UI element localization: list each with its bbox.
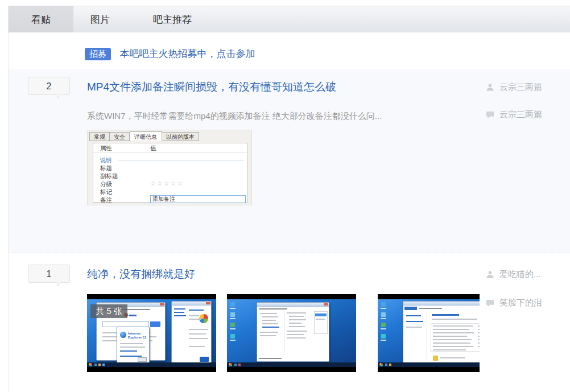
thread-title-link[interactable]: 纯净，没有捆绑就是好: [87, 267, 195, 280]
desktop-icon-label: [230, 340, 236, 341]
mini-system-window: [171, 301, 212, 365]
decor-line: [433, 325, 473, 327]
dialog-row-tags: 标记: [100, 188, 112, 196]
decor-line: [174, 308, 185, 310]
decor-line: [478, 346, 480, 347]
recruit-row: 招募 本吧吧主火热招募中，点击参加: [9, 32, 570, 69]
mini-activate-button: [200, 357, 209, 362]
decor-line: [189, 310, 204, 311]
decor-line: [189, 333, 206, 335]
thread-author: 云宗三两篇: [486, 82, 542, 93]
dialog-column-headers: 属性 值: [93, 143, 247, 153]
rating-stars: ☆☆☆☆☆: [150, 180, 184, 187]
dialog-tab-details: 详细信息: [130, 131, 162, 141]
decor-line: [433, 329, 469, 330]
reply-count-badge: 2: [28, 77, 70, 95]
dialog-details-pane: 属性 值 说明 标题 副标题 分级 ☆☆☆☆☆ 标记 备注 添加备注: [93, 143, 247, 203]
decor-line: [419, 308, 442, 309]
mini-heading-line: [432, 314, 459, 316]
tab-images[interactable]: 图片: [73, 6, 127, 32]
last-replier-name[interactable]: 笑脸下的泪: [499, 298, 542, 308]
decor-line: [174, 312, 184, 313]
decor-line: [120, 343, 143, 344]
tab-moderator-recommend[interactable]: 吧主推荐: [127, 6, 218, 32]
desktop-icon: [230, 312, 235, 317]
desktop-icon-label: [381, 308, 386, 309]
decor-line: [289, 316, 304, 317]
desktop-icon-label: [381, 318, 386, 319]
decor-line: [478, 329, 480, 330]
mini-explorer-window: [257, 302, 329, 362]
mini-titlebar: [172, 302, 211, 306]
thumbnail-1[interactable]: Internet Explorer 11 共 5 张: [87, 294, 216, 372]
decor-line: [259, 308, 287, 310]
decor-line: [120, 346, 145, 348]
desktop-icon-label: [230, 328, 236, 329]
decor-line: [287, 312, 306, 313]
thread-author: 爱吃猫的...: [486, 269, 541, 280]
thumbnail-2[interactable]: [227, 294, 356, 372]
desktop-icon-label: [230, 318, 236, 319]
decor-line: [260, 332, 278, 333]
baidu-logo-blue: [129, 315, 137, 316]
taskbar-icon: [234, 364, 237, 366]
decor-line: [406, 321, 423, 322]
mini-taskbar: [378, 362, 480, 367]
mini-tree-pane: [259, 311, 284, 356]
ie-logo-icon: [120, 332, 126, 338]
dialog-row-comment: 备注: [100, 196, 112, 204]
taskbar-icon: [238, 364, 241, 366]
mini-toolbar-tab: [404, 307, 417, 310]
author-name[interactable]: 爱吃猫的...: [499, 269, 541, 280]
decor-line: [433, 332, 474, 333]
decor-line: [478, 332, 480, 333]
reply-bubble-icon: [486, 299, 494, 307]
mini-close-button: [160, 303, 164, 306]
mini-ok-button: [138, 357, 147, 362]
mini-taskbar: [227, 362, 356, 367]
desktop-icon: [230, 302, 235, 307]
author-name[interactable]: 云宗三两篇: [499, 82, 542, 93]
comment-input: 添加备注: [150, 195, 246, 203]
thread-last-replier: 笑脸下的泪: [486, 298, 542, 308]
decor-line: [433, 343, 470, 344]
decor-line: [189, 338, 208, 339]
desktop-icon: [230, 323, 235, 327]
desktop-icon: [381, 334, 386, 339]
decor-line: [262, 320, 276, 321]
thread-title-link[interactable]: MP4文件添加备注瞬间损毁，有没有懂哥知道怎么破: [87, 80, 336, 93]
mini-titlebar: [403, 302, 480, 306]
decor-line: [287, 331, 307, 332]
last-replier-name[interactable]: 云宗三两篇: [499, 109, 542, 120]
mini-nav-pane: [404, 312, 427, 360]
taskbar-icon: [389, 364, 391, 366]
dialog-section-description: 说明: [100, 156, 111, 164]
mini-close-button: [324, 303, 328, 306]
mini-close-button: [206, 302, 210, 304]
thumbnail-3[interactable]: [378, 294, 480, 372]
decor-line: [433, 346, 473, 347]
mini-search-button: [150, 321, 160, 327]
thread-image-properties-dialog[interactable]: 常规 安全 详细信息 以前的版本 属性 值 说明 标题 副标题 分级 ☆☆☆☆☆…: [87, 130, 252, 205]
decor-line: [189, 346, 205, 347]
reply-count-badge: 1: [28, 265, 70, 283]
mini-shield-icon: [433, 356, 438, 361]
taskbar-icon: [94, 364, 97, 366]
decor-line: [289, 326, 305, 327]
decor-line: [120, 356, 142, 357]
reply-bubble-icon: [486, 111, 494, 119]
dialog-col-property: 属性: [100, 145, 112, 152]
tab-view-posts[interactable]: 看贴: [9, 6, 73, 32]
decor-line: [287, 334, 304, 335]
decor-line: [189, 319, 201, 320]
recruit-link[interactable]: 本吧吧主火热招募中，点击参加: [119, 48, 255, 59]
dialog-row-rating: 分级: [100, 180, 112, 188]
win7-desktop: [227, 299, 356, 367]
decor-line: [259, 358, 282, 359]
desktop-icon-label: [230, 308, 236, 309]
decor-line: [260, 335, 276, 336]
photo-count-badge: 共 5 张: [90, 304, 127, 318]
start-orb: [229, 363, 232, 366]
mini-update-list: [431, 323, 480, 352]
decor-line: [433, 349, 466, 350]
